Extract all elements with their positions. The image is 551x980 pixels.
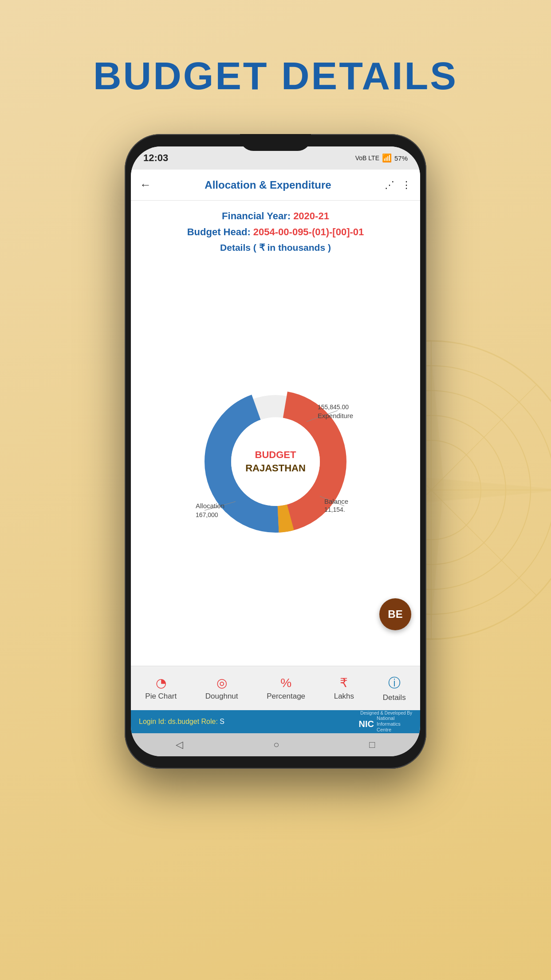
allocation-value-text: 167,000 [196, 511, 218, 518]
footer-bar: Login Id: ds.budget Role: S Designed & D… [131, 710, 420, 733]
doughnut-svg: BUDGET RAJASTHAN Expenditure 155,845.00 … [187, 373, 364, 550]
sys-back-button[interactable]: ◁ [176, 739, 183, 751]
budget-head: Budget Head: 2054-00-095-(01)-[00]-01 [140, 226, 411, 238]
app-content: Financial Year: 2020-21 Budget Head: 205… [131, 201, 420, 666]
nav-item-lakhs[interactable]: ₹ Lakhs [334, 676, 354, 701]
nic-logo: Designed & Developed By NIC National Inf… [359, 711, 412, 733]
pie-chart-icon: ◔ [156, 676, 166, 690]
nic-brand: NIC National Informatics Centre [359, 715, 412, 733]
phone-body: 12:03 VoB LTE 📶 57% ← Allocation & Expen… [125, 134, 426, 769]
nav-label-details: Details [383, 693, 406, 702]
system-nav-bar: ◁ ○ □ [131, 733, 420, 756]
back-button[interactable]: ← [140, 178, 151, 192]
expenditure-label-text: Expenditure [318, 412, 353, 419]
chart-area: BUDGET RAJASTHAN Expenditure 155,845.00 … [131, 257, 420, 666]
expenditure-value-text: 155,845.00 [318, 403, 349, 411]
footer-login: Login Id: ds.budget Role: S [139, 718, 224, 726]
nav-label-doughnut: Doughnut [205, 692, 238, 701]
center-text-budget: BUDGET [255, 449, 296, 460]
network-icon: VoB LTE [355, 154, 379, 162]
sys-home-button[interactable]: ○ [273, 739, 279, 751]
login-id-label: Login Id: [139, 718, 168, 725]
balance-label-text: Balance [324, 498, 348, 505]
login-id-value: ds.budget [168, 718, 199, 725]
sys-recent-button[interactable]: □ [369, 739, 375, 751]
info-section: Financial Year: 2020-21 Budget Head: 205… [131, 201, 420, 257]
header-title: Allocation & Expenditure [151, 179, 385, 191]
share-icon[interactable]: ⋰ [385, 179, 394, 191]
nic-full-name: National Informatics Centre [377, 715, 412, 733]
bottom-navigation: ◔ Pie Chart ◎ Doughnut % Percentage ₹ La… [131, 666, 420, 710]
percentage-icon: % [280, 676, 291, 690]
phone-notch [240, 134, 311, 151]
nic-abbr: NIC [359, 719, 374, 729]
nav-label-lakhs: Lakhs [334, 692, 354, 701]
allocation-label-text: Allocation [196, 502, 224, 510]
role-value: S [220, 718, 224, 725]
doughnut-chart: BUDGET RAJASTHAN Expenditure 155,845.00 … [187, 373, 364, 550]
nav-label-percentage: Percentage [267, 692, 305, 701]
financial-year: Financial Year: 2020-21 [140, 210, 411, 222]
nav-item-doughnut[interactable]: ◎ Doughnut [205, 676, 238, 701]
doughnut-hole [231, 417, 320, 506]
header-actions: ⋰ ⋮ [385, 179, 411, 191]
doughnut-icon: ◎ [216, 676, 227, 690]
phone-screen: 12:03 VoB LTE 📶 57% ← Allocation & Expen… [131, 146, 420, 756]
nav-item-details[interactable]: ⓘ Details [383, 675, 406, 702]
signal-icon: 📶 [382, 153, 392, 163]
app-header: ← Allocation & Expenditure ⋰ ⋮ [131, 170, 420, 201]
status-time: 12:03 [143, 152, 168, 164]
info-icon: ⓘ [388, 675, 401, 692]
battery-icon: 57% [394, 154, 408, 162]
details-label: Details ( ₹ in thousands ) [140, 242, 411, 253]
balance-value-text: 11,154. [324, 506, 345, 513]
more-options-icon[interactable]: ⋮ [401, 179, 411, 191]
nav-item-percentage[interactable]: % Percentage [267, 676, 305, 701]
designed-by-text: Designed & Developed By [360, 711, 412, 715]
role-label: Role: [201, 718, 220, 725]
page-title: BUDGET DETAILS [93, 53, 458, 99]
be-button[interactable]: BE [379, 598, 411, 630]
rupee-icon: ₹ [340, 676, 348, 690]
status-icons: VoB LTE 📶 57% [355, 153, 408, 163]
nav-label-pie-chart: Pie Chart [145, 692, 177, 701]
phone-mockup: 12:03 VoB LTE 📶 57% ← Allocation & Expen… [125, 134, 426, 769]
center-text-rajasthan: RAJASTHAN [245, 462, 306, 474]
nav-item-pie-chart[interactable]: ◔ Pie Chart [145, 676, 177, 701]
